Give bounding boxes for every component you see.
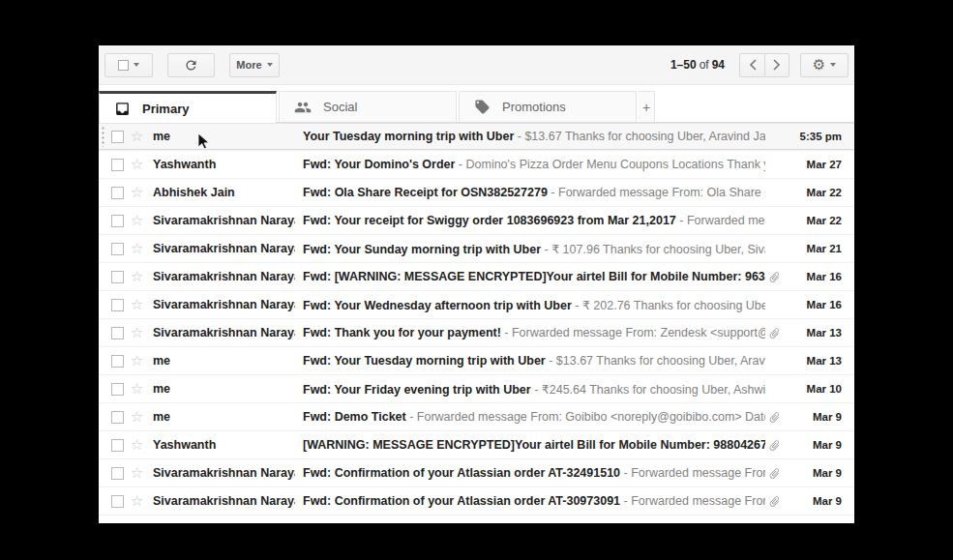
pagination-range: 1–50 [670,58,697,72]
tab-primary[interactable]: Primary [99,91,277,123]
star-icon[interactable]: ☆ [129,438,145,453]
inbox-icon [114,101,131,117]
row-checkbox[interactable] [111,327,124,339]
tab-social-label: Social [323,100,357,114]
row-checkbox[interactable] [111,355,124,368]
row-checkbox[interactable] [111,159,124,171]
subject-snippet: Fwd: Ola Share Receipt for OSN382527279 … [303,186,765,199]
email-row[interactable]: ☆ me Fwd: Demo Ticket - Forwarded messag… [99,403,854,431]
subject-snippet: Fwd: Your Friday evening trip with Uber … [303,382,765,397]
subject-snippet: Fwd: Demo Ticket - Forwarded message Fro… [303,410,765,424]
row-checkbox[interactable] [111,411,124,424]
star-icon[interactable]: ☆ [129,354,145,368]
subject-snippet: Fwd: Your receipt for Swiggy order 10836… [303,214,765,227]
subject-snippet: Fwd: [WARNING: MESSAGE ENCRYPTED]Your ai… [303,270,765,283]
row-checkbox[interactable] [111,131,124,143]
older-button[interactable] [764,53,789,77]
drag-handle-icon[interactable] [101,126,105,147]
star-icon[interactable]: ☆ [129,298,145,312]
add-tab-button[interactable]: + [639,91,655,122]
subject-text: Fwd: Your receipt for Swiggy order 10836… [303,214,676,227]
row-checkbox[interactable] [111,495,124,508]
subject-text: Fwd: Ola Share Receipt for OSN382527279 [303,186,548,199]
star-icon[interactable]: ☆ [129,158,145,172]
separator: - [455,158,465,171]
separator: - [541,243,551,256]
email-row[interactable]: ☆ Sivaramakrishnan Narayan. Fwd: Your We… [99,291,854,319]
star-icon[interactable]: ☆ [129,186,145,200]
date-text: Mar 22 [787,187,842,198]
tab-social[interactable]: Social [279,91,457,122]
paperclip-icon [765,439,783,452]
select-all-button[interactable] [104,53,153,77]
sender-text: Sivaramakrishnan Narayan. [153,466,295,480]
star-icon[interactable]: ☆ [129,326,145,340]
date-text: Mar 9 [787,439,842,451]
email-row[interactable]: ☆ Sivaramakrishnan Narayan. Fwd: Thank y… [99,319,854,347]
paperclip-icon [765,495,783,508]
email-row[interactable]: ☆ Sivaramakrishnan Narayan. Fwd: [WARNIN… [99,263,854,291]
star-icon[interactable]: ☆ [129,382,145,397]
newer-button[interactable] [739,53,764,77]
row-checkbox[interactable] [111,215,124,227]
paperclip-icon [765,411,783,424]
date-text: Mar 16 [787,299,842,310]
tab-primary-label: Primary [142,102,189,116]
subject-text: Fwd: Demo Ticket [303,410,406,424]
paperclip-icon [765,467,783,480]
email-row[interactable]: ☆ me Fwd: Your Friday evening trip with … [99,375,854,403]
subject-text: Your Tuesday morning trip with Uber [303,130,514,143]
row-checkbox[interactable] [111,383,124,396]
star-icon[interactable]: ☆ [129,242,145,256]
subject-text: Fwd: Thank you for your payment! [303,326,501,339]
star-icon[interactable]: ☆ [129,130,145,144]
people-icon [294,99,312,116]
star-icon[interactable]: ☆ [129,270,145,284]
row-checkbox[interactable] [111,439,124,452]
star-icon[interactable]: ☆ [129,410,145,425]
email-row[interactable]: ☆ Abhishek Jain Fwd: Ola Share Receipt f… [99,179,854,207]
date-text: Mar 27 [787,159,842,170]
page-nav [739,53,789,77]
sender-text: Yashwanth [153,438,295,452]
star-icon[interactable]: ☆ [129,466,145,481]
more-label: More [236,59,261,71]
email-row[interactable]: ☆ Yashwanth Fwd: Your Domino's Order - D… [99,151,854,179]
subject-snippet: Fwd: Your Tuesday morning trip with Uber… [303,354,765,368]
toolbar: More 1–50of94 ⚙ [99,45,854,85]
tab-promotions-label: Promotions [502,100,566,114]
row-checkbox[interactable] [111,187,124,199]
tab-promotions[interactable]: Promotions [459,91,637,122]
gmail-window: More 1–50of94 ⚙ Primary [99,45,854,523]
subject-text: Fwd: Your Wednesday afternoon trip with … [303,299,572,312]
separator: - [531,383,542,397]
separator: - [548,186,558,199]
row-checkbox[interactable] [111,467,124,480]
toolbar-right: 1–50of94 ⚙ [670,53,849,77]
star-icon[interactable]: ☆ [129,214,145,228]
subject-text: Fwd: Your Tuesday morning trip with Uber [303,354,546,368]
email-row[interactable]: ☆ Sivaramakrishnan Narayan. Fwd: Confirm… [99,487,854,516]
snippet-text: Forwarded message From: Zendesk <support… [512,326,765,339]
email-row[interactable]: ☆ Sivaramakrishnan Narayan. Fwd: Your Su… [99,235,854,263]
star-icon[interactable]: ☆ [129,494,145,509]
email-row[interactable]: ☆ Sivaramakrishnan Narayan. Fwd: Confirm… [99,459,854,487]
email-row[interactable]: ☆ Yashwanth [WARNING: MESSAGE ENCRYPTED]… [99,431,854,459]
email-row[interactable]: ☆ me Your Tuesday morning trip with Uber… [99,123,854,151]
subject-snippet: Fwd: Your Sunday morning trip with Uber … [303,242,765,256]
snippet-text: ₹ 107.96 Thanks for choosing Uber, Sivar… [551,243,765,256]
email-row[interactable]: ☆ Sivaramakrishnan Narayan. Fwd: Your re… [99,207,854,235]
snippet-text: Forwarded message From: Atlassian <norep… [631,494,765,508]
row-checkbox[interactable] [111,299,124,311]
row-checkbox[interactable] [111,243,124,255]
row-checkbox[interactable] [111,271,124,283]
settings-button[interactable]: ⚙ [800,53,849,77]
subject-text: Fwd: Confirmation of your Atlassian orde… [303,466,620,480]
email-row[interactable]: ☆ me Fwd: Your Tuesday morning trip with… [99,347,854,375]
more-button[interactable]: More [229,53,280,77]
caret-down-icon [830,63,836,67]
gear-icon: ⚙ [813,56,825,74]
separator: - [546,354,556,368]
refresh-button[interactable] [167,53,215,77]
sender-text: me [153,410,295,424]
